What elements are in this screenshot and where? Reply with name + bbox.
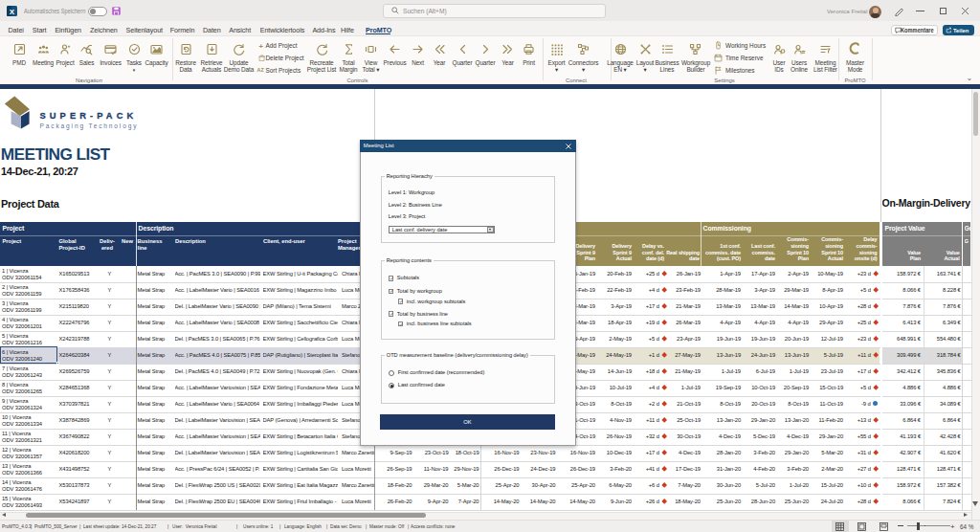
svg-text:X: X xyxy=(10,8,15,16)
